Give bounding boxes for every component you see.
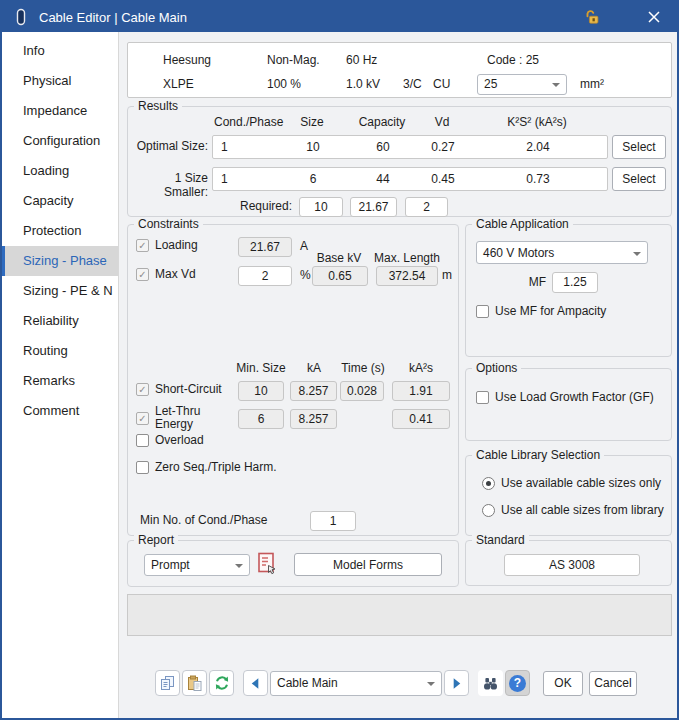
cable-editor-window: Cable Editor | Cable Main Info Physical … <box>0 0 679 720</box>
find-button[interactable] <box>478 670 503 696</box>
glf-checkbox[interactable] <box>476 391 489 404</box>
sidebar-item-capacity[interactable]: Capacity <box>2 186 118 216</box>
sidebar-item-configuration[interactable]: Configuration <box>2 126 118 156</box>
status-message-area <box>127 594 672 636</box>
loading-unit: A <box>300 239 308 253</box>
cable-library-group: Cable Library Selection Use available ca… <box>465 455 672 536</box>
report-mode-dropdown[interactable]: Prompt <box>144 554 250 576</box>
unlock-icon[interactable] <box>584 8 601 26</box>
col-ka: kA <box>290 361 338 375</box>
let-thru-checkbox[interactable]: ✓ <box>136 412 149 425</box>
sidebar-item-sizing-pe-n[interactable]: Sizing - PE & N <box>2 276 118 306</box>
min-cond-label: Min No. of Cond./Phase <box>140 513 267 527</box>
col-capacity: Capacity <box>352 115 412 129</box>
max-vd-field[interactable]: 2 <box>238 266 292 286</box>
optimal-vd: 0.27 <box>413 140 473 154</box>
use-mf-row: Use MF for Ampacity <box>476 304 606 318</box>
standard-group: Standard AS 3008 <box>465 540 672 586</box>
min-cond-field[interactable]: 1 <box>310 511 356 531</box>
let-thru-row: ✓ Let-Thru Energy <box>136 405 232 431</box>
base-kv-field: 0.65 <box>312 266 368 286</box>
options-group: Options Use Load Growth Factor (GF) <box>465 368 672 441</box>
max-vd-unit: % <box>300 268 311 282</box>
cores-label: 3/C <box>403 77 433 91</box>
report-form-icon[interactable] <box>255 551 279 580</box>
voltage-label: 1.0 kV <box>346 77 403 91</box>
arrow-right-icon <box>449 676 464 691</box>
model-forms-button[interactable]: Model Forms <box>294 553 442 576</box>
prev-element-button[interactable] <box>243 670 268 696</box>
chevron-down-icon <box>427 682 435 686</box>
use-mf-label: Use MF for Ampacity <box>495 304 606 318</box>
zero-seq-row: Zero Seq./Triple Harm. <box>136 460 277 474</box>
ok-button[interactable]: OK <box>543 671 583 696</box>
select-optimal-button[interactable]: Select <box>612 135 666 159</box>
overload-row: Overload <box>136 433 204 447</box>
col-vd: Vd <box>412 115 472 129</box>
main-content: Heesung Non-Mag. 60 Hz Code : 25 XLPE 10… <box>119 32 677 718</box>
select-smaller-button[interactable]: Select <box>612 167 666 191</box>
required-vd-field: 2 <box>405 197 448 217</box>
cable-info-header: Heesung Non-Mag. 60 Hz Code : 25 XLPE 10… <box>127 42 672 98</box>
sidebar-item-reliability[interactable]: Reliability <box>2 306 118 336</box>
lt-ka2s-field: 0.41 <box>392 409 450 429</box>
cancel-button[interactable]: Cancel <box>589 671 637 696</box>
sidebar-item-loading[interactable]: Loading <box>2 156 118 186</box>
col-cond-phase: Cond./Phase <box>212 115 272 129</box>
max-length-unit: m <box>442 268 452 282</box>
results-title: Results <box>134 99 182 113</box>
report-group: Report Prompt Model Forms <box>127 540 459 587</box>
overload-checkbox[interactable] <box>136 434 149 447</box>
max-vd-checkbox[interactable]: ✓ <box>136 268 149 281</box>
next-element-button[interactable] <box>444 670 469 696</box>
use-mf-checkbox[interactable] <box>476 305 489 318</box>
sidebar-item-routing[interactable]: Routing <box>2 336 118 366</box>
copy-button[interactable] <box>155 670 180 696</box>
sidebar-item-sizing-phase[interactable]: Sizing - Phase <box>2 246 118 276</box>
zero-seq-checkbox[interactable] <box>136 461 149 474</box>
sc-ka-field: 8.257 <box>290 381 337 401</box>
col-ka2s: kA²s <box>392 361 450 375</box>
sidebar-item-info[interactable]: Info <box>2 36 118 66</box>
max-vd-checkbox-row: ✓ Max Vd <box>136 267 196 281</box>
code-label: Code : 25 <box>477 53 572 67</box>
size-dropdown[interactable]: 25 <box>477 74 567 95</box>
cable-application-value: 460 V Motors <box>483 246 554 260</box>
element-navigator-dropdown[interactable]: Cable Main <box>270 671 442 696</box>
col-size: Size <box>272 115 352 129</box>
help-button[interactable]: ? <box>505 670 530 696</box>
short-circuit-checkbox[interactable]: ✓ <box>136 383 149 396</box>
insulation-label: XLPE <box>163 77 267 91</box>
all-sizes-label: Use all cable sizes from library <box>501 503 664 517</box>
close-icon[interactable] <box>641 6 667 28</box>
available-sizes-label: Use available cable sizes only <box>501 476 661 490</box>
smaller-k2s2: 0.73 <box>473 172 603 186</box>
sidebar-item-protection[interactable]: Protection <box>2 216 118 246</box>
mf-field[interactable]: 1.25 <box>552 272 598 293</box>
loading-checkbox[interactable]: ✓ <box>136 239 149 252</box>
loading-value-field: 21.67 <box>238 237 292 257</box>
conductor-label: CU <box>433 77 477 91</box>
report-mode-value: Prompt <box>151 558 190 572</box>
lt-ka-field: 8.257 <box>290 409 337 429</box>
refresh-button[interactable] <box>209 670 234 696</box>
smaller-cond: 1 <box>213 172 273 186</box>
paste-button[interactable] <box>182 670 207 696</box>
base-kv-label: Base kV <box>310 251 368 265</box>
all-sizes-row: Use all cable sizes from library <box>482 503 664 517</box>
copy-icon <box>159 675 176 692</box>
short-circuit-label: Short-Circuit <box>155 382 222 396</box>
sidebar-item-remarks[interactable]: Remarks <box>2 366 118 396</box>
sidebar-item-impedance[interactable]: Impedance <box>2 96 118 126</box>
col-k2s2: K²S² (kA²s) <box>472 115 602 129</box>
cable-application-dropdown[interactable]: 460 V Motors <box>476 241 648 264</box>
sidebar-item-comment[interactable]: Comment <box>2 396 118 426</box>
available-sizes-radio[interactable] <box>482 477 495 490</box>
col-time: Time (s) <box>340 361 386 375</box>
frequency-label: 60 Hz <box>346 53 403 67</box>
overload-label: Overload <box>155 433 204 447</box>
available-sizes-row: Use available cable sizes only <box>482 476 661 490</box>
sidebar-item-physical[interactable]: Physical <box>2 66 118 96</box>
binoculars-icon <box>482 675 499 692</box>
all-sizes-radio[interactable] <box>482 504 495 517</box>
